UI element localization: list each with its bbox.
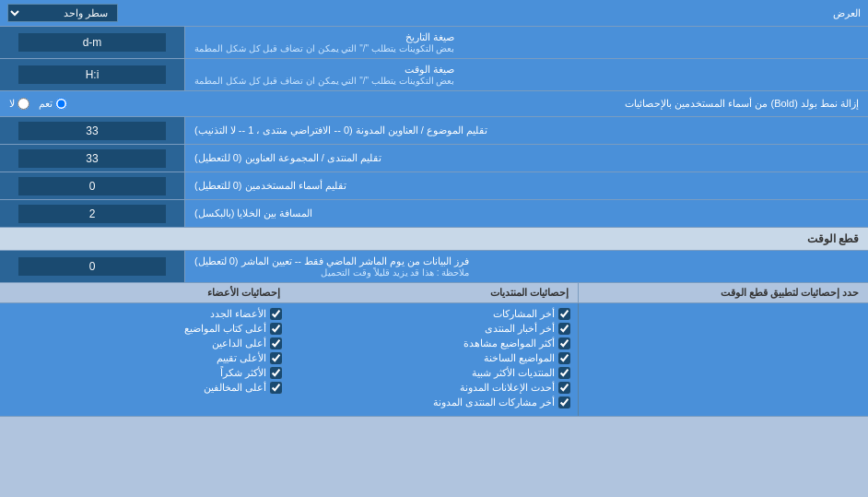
username-align-label: تقليم أسماء المستخدمين (0 للتعطيل) <box>184 172 868 199</box>
checkbox-last-posts-input[interactable] <box>558 308 570 320</box>
checkbox-most-viewed: أكثر المواضيع مشاهدة <box>297 337 571 349</box>
checkbox-top-posters-label: أعلى كتاب المواضيع <box>184 323 266 335</box>
header-row: العرض سطر واحد <box>0 0 868 27</box>
checkbox-most-thanks: الأكثر شكراً <box>7 367 282 379</box>
checkbox-new-members-label: الأعضاء الجدد <box>210 308 266 320</box>
bold-radio-group: تعم لا <box>9 98 67 110</box>
forum-align-label: تقليم المنتدى / المجموعة العناوين (0 للت… <box>184 145 868 172</box>
checkboxes-grid: أخر المشاركات أخر أخبار المنتدى أكثر الم… <box>0 303 868 416</box>
title-align-label: تقليم الموضوع / العناوين المدونة (0 -- ا… <box>184 117 868 144</box>
bold-radio-no[interactable] <box>18 98 29 110</box>
forum-align-input-container <box>0 145 184 172</box>
cell-spacing-input-container <box>0 200 184 227</box>
cell-spacing-label: المسافة بين الخلايا (بالبكسل) <box>184 200 868 227</box>
checkbox-last-topics: المواضيع الساخنة <box>297 352 571 364</box>
checkbox-top-donors: أعلى الداعين <box>7 337 282 349</box>
realtime-filter-input[interactable] <box>18 257 166 276</box>
realtime-filter-input-container <box>0 251 184 282</box>
title-align-row: تقليم الموضوع / العناوين المدونة (0 -- ا… <box>0 117 868 145</box>
username-align-row: تقليم أسماء المستخدمين (0 للتعطيل) <box>0 172 868 200</box>
checkbox-last-posts: أخر المشاركات <box>297 308 571 320</box>
checkboxes-header-row: حدد إحصائيات لتطبيق قطع الوقت إحصائيات ا… <box>0 283 868 303</box>
checkbox-top-posters-input[interactable] <box>270 323 282 335</box>
checkbox-last-news-label: أخر أخبار المنتدى <box>485 323 555 335</box>
checkbox-top-visitors: أعلى المخالفين <box>7 382 282 394</box>
col2-header: إحصائيات الأعضاء <box>0 283 289 302</box>
checkbox-last-news: أخر أخبار المنتدى <box>297 323 571 335</box>
checkbox-last-blog-posts-input[interactable] <box>558 396 570 408</box>
checkbox-popular-forums: المنتديات الأكثر شبية <box>297 367 571 379</box>
date-format-input[interactable] <box>18 33 166 52</box>
realtime-section-title: قطع الوقت <box>0 228 868 251</box>
checkbox-top-donors-label: أعلى الداعين <box>212 337 266 349</box>
date-format-row: صيغة التاريخ بعض التكوينات يتطلب "/" الت… <box>0 27 868 59</box>
title-align-input[interactable] <box>18 122 166 140</box>
time-format-input-container <box>0 59 184 90</box>
checkbox-top-rated: الأعلى تقييم <box>7 352 282 364</box>
checkbox-last-blog-posts-label: أخر مشاركات المنتدى المدونة <box>433 396 555 408</box>
date-format-input-container <box>0 27 184 58</box>
bold-radio-no-label[interactable]: لا <box>9 98 29 110</box>
checkbox-last-topics-label: المواضيع الساخنة <box>484 352 555 364</box>
checkbox-most-thanks-input[interactable] <box>270 367 282 379</box>
time-format-row: صيغة الوقت بعض التكوينات يتطلب "/" التي … <box>0 59 868 91</box>
checkbox-top-rated-label: الأعلى تقييم <box>217 352 266 364</box>
checkbox-last-announcements-input[interactable] <box>558 382 570 394</box>
title-align-input-container <box>0 117 184 144</box>
checkbox-most-viewed-input[interactable] <box>558 337 570 349</box>
username-align-input[interactable] <box>18 177 166 195</box>
checkboxes-section: حدد إحصائيات لتطبيق قطع الوقت إحصائيات ا… <box>0 283 868 417</box>
bold-radio-yes-label[interactable]: تعم <box>39 98 67 110</box>
checkbox-top-rated-input[interactable] <box>270 352 282 364</box>
header-label: العرض <box>118 7 861 19</box>
checkbox-most-viewed-label: أكثر المواضيع مشاهدة <box>463 337 555 349</box>
checkbox-last-posts-label: أخر المشاركات <box>493 308 555 320</box>
display-dropdown[interactable]: سطر واحد <box>7 4 118 22</box>
time-format-label: صيغة الوقت بعض التكوينات يتطلب "/" التي … <box>184 59 868 90</box>
checkbox-last-news-input[interactable] <box>558 323 570 335</box>
bold-radio-yes[interactable] <box>55 98 67 110</box>
checkbox-new-members-input[interactable] <box>270 308 282 320</box>
checkboxes-col1: أخر المشاركات أخر أخبار المنتدى أكثر الم… <box>289 303 580 416</box>
checkbox-top-visitors-label: أعلى المخالفين <box>204 382 266 394</box>
realtime-filter-row: فرز البيانات من يوم الماشر الماضي فقط --… <box>0 251 868 283</box>
checkboxes-col2: الأعضاء الجدد أعلى كتاب المواضيع أعلى ال… <box>0 303 289 416</box>
checkbox-top-posters: أعلى كتاب المواضيع <box>7 323 282 335</box>
realtime-filter-label: فرز البيانات من يوم الماشر الماضي فقط --… <box>184 251 868 282</box>
username-align-input-container <box>0 172 184 199</box>
cell-spacing-row: المسافة بين الخلايا (بالبكسل) <box>0 200 868 228</box>
checkbox-popular-forums-input[interactable] <box>558 367 570 379</box>
checkbox-top-visitors-input[interactable] <box>270 382 282 394</box>
checkbox-last-topics-input[interactable] <box>558 352 570 364</box>
forum-align-row: تقليم المنتدى / المجموعة العناوين (0 للت… <box>0 145 868 172</box>
checkbox-popular-forums-label: المنتديات الأكثر شبية <box>472 367 555 379</box>
col1-header: إحصائيات المنتديات <box>289 283 580 302</box>
checkbox-most-thanks-label: الأكثر شكراً <box>220 367 266 379</box>
limit-label: حدد إحصائيات لتطبيق قطع الوقت <box>579 283 868 302</box>
forum-align-input[interactable] <box>18 149 166 168</box>
date-format-label: صيغة التاريخ بعض التكوينات يتطلب "/" الت… <box>184 27 868 58</box>
cell-spacing-input[interactable] <box>18 205 166 223</box>
checkbox-last-announcements: أحدث الإعلانات المدونة <box>297 382 571 394</box>
checkbox-last-announcements-label: أحدث الإعلانات المدونة <box>460 382 555 394</box>
checkbox-last-blog-posts: أخر مشاركات المنتدى المدونة <box>297 396 571 408</box>
bold-label: إزالة نمط بولد (Bold) من أسماء المستخدمي… <box>67 98 859 110</box>
checkbox-new-members: الأعضاء الجدد <box>7 308 282 320</box>
empty-col <box>579 303 868 416</box>
time-format-input[interactable] <box>18 65 166 84</box>
checkbox-top-donors-input[interactable] <box>270 337 282 349</box>
bold-row: إزالة نمط بولد (Bold) من أسماء المستخدمي… <box>0 91 868 117</box>
